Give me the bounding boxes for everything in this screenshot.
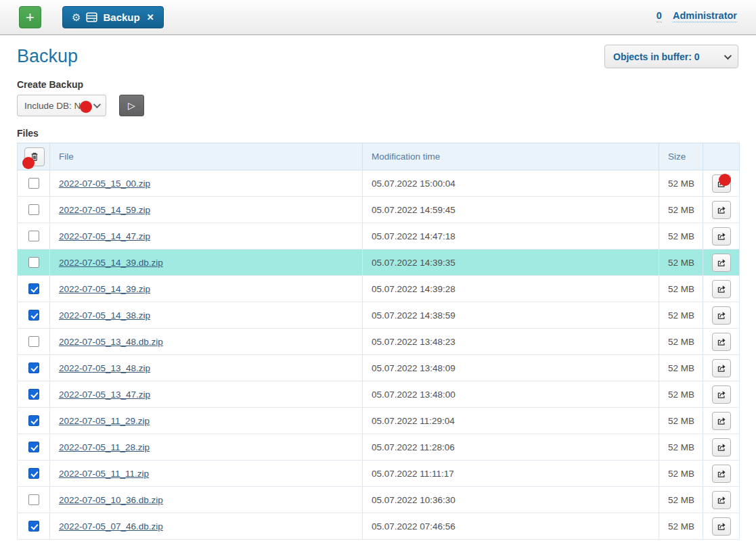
table-row: 2022-07-05_07_46.db.zip 05.07.2022 07:46…: [18, 513, 740, 540]
column-header-size: Size: [659, 143, 703, 170]
download-icon: [716, 468, 727, 479]
file-link[interactable]: 2022-07-05_13_48.zip: [59, 363, 150, 373]
download-icon: [716, 389, 727, 400]
row-checkbox[interactable]: [28, 521, 39, 532]
column-header-file: File: [50, 143, 363, 170]
file-link[interactable]: 2022-07-05_14_47.zip: [59, 231, 150, 241]
gear-icon[interactable]: ⚙︎: [72, 12, 81, 22]
row-checkbox[interactable]: [28, 389, 39, 400]
table-row: 2022-07-05_11_29.zip 05.07.2022 11:29:04…: [18, 408, 740, 434]
row-checkbox[interactable]: [28, 494, 39, 505]
buffer-count-link[interactable]: 0: [657, 10, 662, 22]
row-checkbox[interactable]: [28, 468, 39, 479]
include-db-select[interactable]: Include DB: No: [17, 95, 106, 116]
modification-time: 05.07.2022 14:38:59: [372, 310, 455, 321]
download-button[interactable]: [712, 385, 731, 404]
objects-in-buffer-dropdown[interactable]: Objects in buffer: 0: [604, 45, 738, 68]
files-heading: Files: [17, 128, 756, 139]
add-tab-button[interactable]: +: [19, 6, 41, 28]
download-button[interactable]: [712, 438, 731, 456]
column-header-mtime: Modification time: [363, 143, 659, 170]
table-row: 2022-07-05_15_00.zip 05.07.2022 15:00:04…: [18, 170, 740, 197]
download-button[interactable]: [712, 201, 731, 219]
file-size: 52 MB: [668, 521, 694, 532]
file-link[interactable]: 2022-07-05_15_00.zip: [59, 179, 150, 189]
file-size: 52 MB: [668, 390, 694, 400]
file-link[interactable]: 2022-07-05_14_38.zip: [59, 310, 150, 321]
table-row: 2022-07-05_11_11.zip 05.07.2022 11:11:17…: [18, 461, 740, 487]
row-checkbox[interactable]: [28, 310, 39, 321]
row-checkbox[interactable]: [28, 362, 39, 373]
row-checkbox[interactable]: [28, 204, 39, 215]
file-size: 52 MB: [668, 231, 694, 241]
file-link[interactable]: 2022-07-05_10_36.db.zip: [59, 495, 163, 505]
modification-time: 05.07.2022 11:11:17: [372, 469, 454, 479]
download-button[interactable]: [712, 517, 731, 536]
file-link[interactable]: 2022-07-05_14_59.zip: [59, 205, 150, 215]
download-icon: [716, 336, 727, 347]
modification-time: 05.07.2022 10:36:30: [372, 495, 455, 505]
run-backup-button[interactable]: ▷: [119, 95, 144, 116]
download-icon: [716, 257, 727, 268]
table-row: 2022-07-05_14_59.zip 05.07.2022 14:59:45…: [18, 197, 740, 223]
row-checkbox[interactable]: [28, 415, 39, 426]
table-row: 2022-07-05_14_39.zip 05.07.2022 14:39:28…: [18, 276, 740, 302]
modification-time: 05.07.2022 13:48:23: [372, 337, 455, 347]
column-header-actions: [703, 143, 740, 170]
modification-time: 05.07.2022 13:48:00: [372, 390, 455, 400]
file-link[interactable]: 2022-07-05_07_46.db.zip: [59, 521, 163, 532]
download-button[interactable]: [712, 359, 731, 377]
modification-time: 05.07.2022 13:48:09: [372, 363, 455, 373]
close-icon[interactable]: ✕: [147, 12, 154, 22]
table-header-row: File Modification time Size: [18, 143, 740, 170]
modification-time: 05.07.2022 14:39:35: [372, 258, 455, 268]
download-button[interactable]: [712, 306, 731, 325]
file-size: 52 MB: [668, 337, 694, 347]
plus-icon: +: [26, 9, 35, 26]
file-link[interactable]: 2022-07-05_13_47.zip: [59, 390, 150, 400]
files-table: File Modification time Size 2022-07-05_1…: [17, 143, 740, 540]
file-link[interactable]: 2022-07-05_11_11.zip: [59, 469, 149, 479]
download-button[interactable]: [712, 333, 731, 351]
modification-time: 05.07.2022 11:28:06: [372, 442, 455, 452]
modification-time: 05.07.2022 14:47:18: [372, 231, 455, 241]
create-backup-heading: Create Backup: [17, 79, 756, 91]
row-checkbox[interactable]: [28, 336, 39, 347]
download-button[interactable]: [712, 280, 731, 298]
modification-time: 05.07.2022 14:39:28: [372, 284, 455, 294]
row-checkbox[interactable]: [28, 257, 39, 268]
file-link[interactable]: 2022-07-05_14_39.zip: [59, 284, 150, 294]
row-checkbox[interactable]: [28, 178, 39, 189]
download-button[interactable]: [712, 491, 731, 509]
file-size: 52 MB: [668, 179, 694, 189]
table-row: 2022-07-05_13_48.db.zip 05.07.2022 13:48…: [18, 329, 740, 355]
modification-time: 05.07.2022 15:00:04: [372, 179, 455, 189]
download-button[interactable]: [712, 465, 731, 483]
backup-disk-icon: [86, 12, 97, 22]
download-button[interactable]: [712, 227, 731, 245]
annotation-dot: [719, 174, 731, 186]
tab-label: Backup: [103, 11, 139, 23]
row-checkbox[interactable]: [28, 442, 39, 452]
row-checkbox[interactable]: [28, 231, 39, 241]
download-icon: [716, 283, 727, 294]
administrator-link[interactable]: Administrator: [673, 10, 737, 22]
buffer-label: Objects in buffer: 0: [613, 51, 700, 62]
table-row: 2022-07-05_10_36.db.zip 05.07.2022 10:36…: [18, 487, 740, 513]
file-size: 52 MB: [668, 442, 694, 452]
table-row: 2022-07-05_11_28.zip 05.07.2022 11:28:06…: [18, 434, 740, 461]
file-link[interactable]: 2022-07-05_13_48.db.zip: [59, 337, 163, 347]
backup-admin-page: + ⚙︎ Backup ✕ 0 Administrator Backup Obj…: [0, 0, 756, 541]
row-checkbox[interactable]: [28, 283, 39, 294]
file-size: 52 MB: [668, 469, 694, 479]
file-link[interactable]: 2022-07-05_11_29.zip: [59, 416, 150, 426]
chevron-down-icon: [93, 101, 101, 108]
download-icon: [716, 494, 727, 505]
file-link[interactable]: 2022-07-05_11_28.zip: [59, 442, 150, 452]
tab-backup[interactable]: ⚙︎ Backup ✕: [62, 6, 164, 28]
file-link[interactable]: 2022-07-05_14_39.db.zip: [59, 258, 163, 268]
download-button[interactable]: [712, 412, 731, 430]
table-row: 2022-07-05_14_38.zip 05.07.2022 14:38:59…: [18, 302, 740, 329]
download-icon: [716, 204, 727, 215]
download-button[interactable]: [712, 254, 731, 272]
